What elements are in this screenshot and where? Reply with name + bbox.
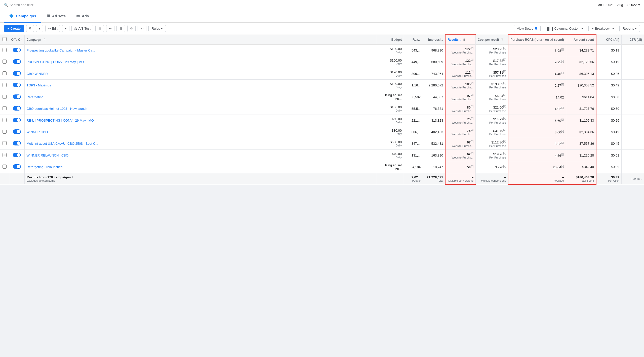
roas-value: 20.04[2]: [510, 165, 564, 169]
campaign-link[interactable]: WINNER CBO: [27, 130, 48, 134]
campaign-toggle[interactable]: [13, 164, 21, 169]
campaign-toggle[interactable]: [13, 71, 21, 76]
th-results-label: Results ↓: [448, 38, 461, 41]
results-badge: [2]: [471, 70, 473, 73]
row-checkbox[interactable]: [3, 130, 7, 134]
campaign-toggle[interactable]: [13, 153, 21, 157]
tag-button[interactable]: 🏷: [138, 25, 146, 32]
duplicate-button[interactable]: ⧉: [26, 25, 34, 32]
refresh-button[interactable]: ⟳: [127, 25, 136, 32]
th-roas: Purchase ROAS (return on ad spend): [508, 35, 566, 45]
cpr-sort-icon[interactable]: ⇅: [501, 38, 503, 41]
campaign-link[interactable]: TOP3 - Maximus: [27, 83, 51, 87]
trash-icon: 🗑: [119, 27, 123, 30]
campaign-toggle[interactable]: [13, 48, 21, 52]
campaign-sort-icon[interactable]: ⇅: [43, 38, 46, 41]
amount-value: $6,396.13: [568, 72, 594, 76]
edit-dropdown-button[interactable]: ▾: [62, 25, 69, 32]
tab-adsets-label: Ad sets: [52, 14, 66, 18]
campaign-link[interactable]: Prospecting Lookalike Campaign - Master …: [27, 48, 95, 52]
campaign-toggle[interactable]: [13, 59, 21, 64]
campaign-link[interactable]: WINNER RELAUNCH | CBO: [27, 154, 69, 157]
chevron-down-icon: ▾: [39, 27, 41, 30]
columns-label: Columns: Custom ▾: [554, 27, 583, 30]
campaign-toggle[interactable]: [13, 129, 21, 134]
duplicate-dropdown-button[interactable]: ▾: [36, 25, 43, 32]
campaign-link[interactable]: PROSPECTING | CONV | 29 May | MO: [27, 60, 84, 64]
campaign-link[interactable]: Retargeting - relaunched: [27, 165, 63, 169]
amount-value: $1,225.28: [568, 154, 594, 157]
row-checkbox[interactable]: [3, 141, 7, 145]
row-checkbox[interactable]: [3, 71, 7, 75]
roas-value: 3.00[2]: [510, 130, 564, 134]
row-checkbox[interactable]: [3, 106, 7, 110]
budget-amount: $100.00: [378, 59, 402, 62]
edit-button[interactable]: ✏ Edit: [45, 25, 60, 32]
view-setup-button[interactable]: View Setup: [514, 25, 541, 32]
columns-button[interactable]: ▐▌▐ Columns: Custom ▾: [543, 25, 586, 32]
roas-badge: [2]: [561, 48, 564, 51]
duplicate-icon: ⧉: [29, 26, 31, 30]
campaign-link[interactable]: CBO WINNER: [27, 72, 48, 76]
cpr-value: $23.95[2]: [478, 47, 506, 51]
row-checkbox[interactable]: [3, 60, 7, 64]
campaign-link[interactable]: RE-L | PROSPECTING | CONV | 29 May | MO: [27, 119, 94, 122]
create-button[interactable]: + Create: [4, 25, 24, 32]
row-checkbox[interactable]: [3, 48, 7, 52]
tab-adsets[interactable]: ⊞ Ad sets: [42, 10, 71, 23]
row-amount-cell: $614.84: [566, 91, 596, 103]
results-value: 97[2]: [448, 93, 473, 98]
row-ctr-cell: [621, 68, 644, 79]
campaign-link[interactable]: Multi-int adset USA,CA,AU- CBO 250$ - Be…: [27, 142, 98, 145]
campaign-toggle[interactable]: [13, 141, 21, 145]
row-campaign-cell: WINNER CBO: [24, 126, 376, 138]
row-checkbox[interactable]: [3, 83, 7, 87]
row-amount-cell: $1,225.28: [566, 149, 596, 161]
th-roas-label: Purchase ROAS (return on ad spend): [510, 38, 564, 41]
summary-info-icon[interactable]: ℹ: [72, 176, 73, 179]
delete-button[interactable]: 🗑: [95, 25, 104, 32]
tab-campaigns[interactable]: 🔷 Campaigns: [4, 10, 41, 23]
campaign-link[interactable]: CBO Leonidas Helmet 100$ - New launch: [27, 107, 87, 111]
rules-button[interactable]: Rules ▾: [148, 25, 166, 32]
row-checkbox[interactable]: [3, 153, 7, 157]
budget-period: Daily: [378, 121, 402, 124]
campaign-toggle[interactable]: [13, 94, 21, 99]
view-setup-label: View Setup: [517, 27, 534, 30]
roas-value: 4.40[2]: [510, 72, 564, 76]
row-results-cell: 75[2]Website Purcha...: [445, 115, 475, 126]
row-cpr-cell: $14.79[2]Per Purchase: [475, 115, 508, 126]
search-bar[interactable]: 🔍 Search and filter: [4, 3, 33, 7]
summary-cpr-sub: Multiple conversions: [478, 179, 506, 182]
row-checkbox[interactable]: [3, 165, 7, 169]
results-sub: Website Purcha...: [448, 110, 473, 113]
row-checkbox[interactable]: [3, 95, 7, 99]
row-ctr-cell: [621, 161, 644, 173]
row-toggle-cell: [9, 138, 24, 149]
reports-button[interactable]: Reports ▾: [619, 25, 640, 32]
row-budget-cell: $70.00Daily: [376, 149, 404, 161]
results-sub: Website Purcha...: [448, 144, 473, 147]
row-reach-cell: 309,...: [404, 68, 423, 79]
roas-badge: [2]: [561, 118, 564, 121]
select-all-checkbox[interactable]: [3, 37, 7, 41]
tab-ads[interactable]: ▭ Ads: [71, 10, 94, 23]
campaign-toggle[interactable]: [13, 83, 21, 87]
undo-button[interactable]: ↩: [106, 25, 114, 32]
cpr-value: $17.38[2]: [478, 58, 506, 63]
row-checkbox-cell: [0, 56, 9, 68]
breakdown-button[interactable]: ≡ Breakdown ▾: [588, 25, 617, 32]
row-checkbox[interactable]: [3, 118, 7, 122]
results-sub: Website Purcha...: [448, 51, 473, 54]
campaign-toggle[interactable]: [13, 106, 21, 111]
campaign-toggle[interactable]: [13, 118, 21, 122]
row-toggle-cell: [9, 68, 24, 79]
trash-button[interactable]: 🗑: [116, 25, 125, 32]
campaign-link[interactable]: Retargeting: [27, 95, 44, 99]
date-range-picker[interactable]: Jan 1, 2021 – Aug 13, 2022 ▾: [597, 3, 640, 7]
table-row: PROSPECTING | CONV | 29 May | MO$100.00D…: [0, 56, 644, 68]
summary-reach-cell: 7,62... People: [404, 173, 423, 184]
ab-test-button[interactable]: ⚖ A/B Test: [71, 25, 93, 32]
row-cpr-cell: $31.79[2]Per Purchase: [475, 126, 508, 138]
results-sort-icon[interactable]: ⇅: [463, 38, 465, 41]
